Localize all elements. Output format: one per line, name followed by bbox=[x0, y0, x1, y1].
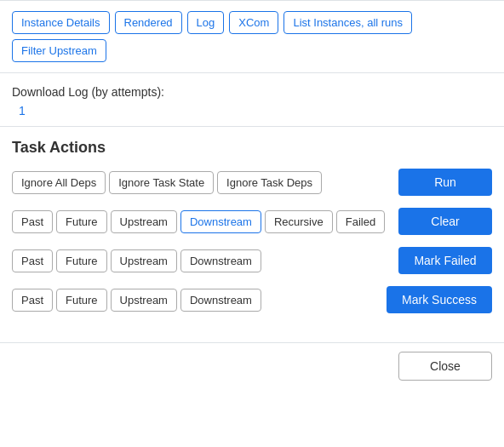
toggle-markfailed-future[interactable]: Future bbox=[56, 249, 107, 272]
toggle-run-ignore-task-state[interactable]: Ignore Task State bbox=[109, 171, 214, 194]
tab-log[interactable]: Log bbox=[187, 11, 225, 34]
run-toggle-group: Ignore All DepsIgnore Task StateIgnore T… bbox=[12, 171, 390, 194]
clear-row: PastFutureUpstreamDownstreamRecursiveFai… bbox=[12, 208, 492, 235]
toggle-markfailed-past[interactable]: Past bbox=[12, 249, 53, 272]
tab-filter-upstream[interactable]: Filter Upstream bbox=[12, 39, 106, 62]
download-label: Download Log (by attempts): bbox=[12, 85, 492, 99]
toggle-run-ignore-all-deps[interactable]: Ignore All Deps bbox=[12, 171, 106, 194]
mark-failed-toggle-group: PastFutureUpstreamDownstream bbox=[12, 249, 390, 272]
tab-instance-details[interactable]: Instance Details bbox=[12, 11, 110, 34]
task-actions-title: Task Actions bbox=[12, 139, 492, 157]
run-row: Ignore All DepsIgnore Task StateIgnore T… bbox=[12, 169, 492, 196]
close-button[interactable]: Close bbox=[398, 352, 492, 381]
toggle-marksuccess-past[interactable]: Past bbox=[12, 289, 53, 312]
mark-success-toggle-group: PastFutureUpstreamDownstream bbox=[12, 289, 378, 312]
clear-toggle-group: PastFutureUpstreamDownstreamRecursiveFai… bbox=[12, 210, 390, 233]
toggle-clear-recursive[interactable]: Recursive bbox=[265, 210, 333, 233]
task-actions-section: Task Actions Ignore All DepsIgnore Task … bbox=[0, 127, 504, 337]
toggle-marksuccess-downstream[interactable]: Downstream bbox=[180, 289, 261, 312]
download-link-1[interactable]: 1 bbox=[12, 104, 492, 117]
toggle-clear-future[interactable]: Future bbox=[56, 210, 107, 233]
toggle-run-ignore-task-deps[interactable]: Ignore Task Deps bbox=[217, 171, 322, 194]
clear-button[interactable]: Clear bbox=[398, 208, 492, 235]
toggle-markfailed-downstream[interactable]: Downstream bbox=[180, 249, 261, 272]
toggle-clear-failed[interactable]: Failed bbox=[336, 210, 385, 233]
close-row: Close bbox=[0, 342, 504, 389]
tab-xcom[interactable]: XCom bbox=[229, 11, 278, 34]
run-button[interactable]: Run bbox=[398, 169, 492, 196]
mark-failed-row: PastFutureUpstreamDownstream Mark Failed bbox=[12, 247, 492, 274]
toggle-clear-upstream[interactable]: Upstream bbox=[111, 210, 177, 233]
tab-list-instances[interactable]: List Instances, all runs bbox=[284, 11, 412, 34]
mark-success-row: PastFutureUpstreamDownstream Mark Succes… bbox=[12, 286, 492, 313]
mark-success-button[interactable]: Mark Success bbox=[387, 286, 492, 313]
tabs-bar: Instance DetailsRenderedLogXComList Inst… bbox=[0, 1, 504, 73]
toggle-marksuccess-upstream[interactable]: Upstream bbox=[111, 289, 177, 312]
toggle-markfailed-upstream[interactable]: Upstream bbox=[111, 249, 177, 272]
toggle-marksuccess-future[interactable]: Future bbox=[56, 289, 107, 312]
download-log-section: Download Log (by attempts): 1 bbox=[0, 73, 504, 127]
toggle-clear-downstream[interactable]: Downstream bbox=[180, 210, 261, 233]
mark-failed-button[interactable]: Mark Failed bbox=[398, 247, 492, 274]
tab-rendered[interactable]: Rendered bbox=[115, 11, 182, 34]
toggle-clear-past[interactable]: Past bbox=[12, 210, 53, 233]
